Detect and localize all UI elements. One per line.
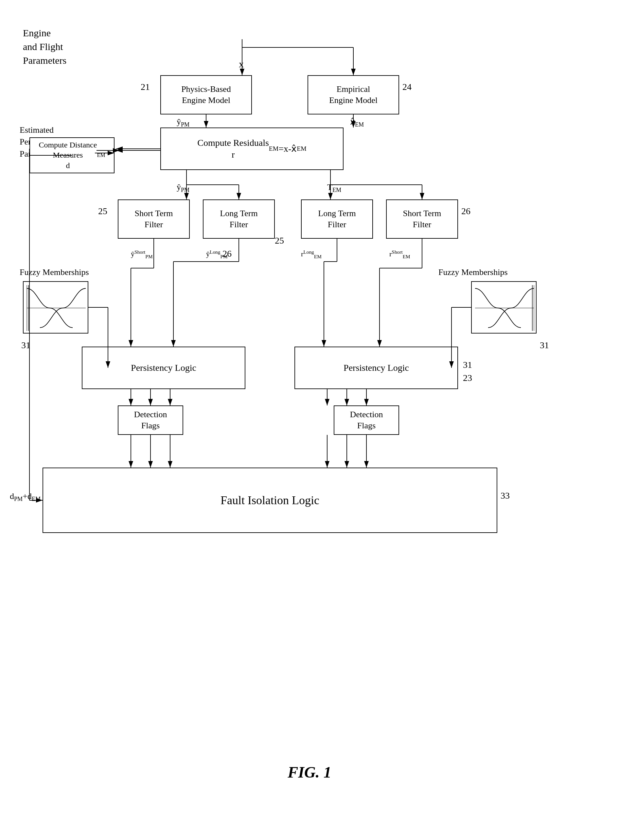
- detection-flags-right: DetectionFlags: [334, 406, 399, 435]
- y-short-pm-label: ŷShortPM: [131, 249, 153, 260]
- diagram-arrows: [0, 0, 619, 840]
- empirical-box: EmpiricalEngine Model: [308, 75, 399, 115]
- fig-label: FIG. 1: [0, 763, 619, 781]
- fuzzy-memberships-right-label: Fuzzy Memberships: [438, 267, 508, 278]
- long-term-filter-right: Long TermFilter: [301, 200, 373, 239]
- fault-isolation-box: Fault Isolation Logic: [43, 468, 497, 533]
- compute-residuals-box: Compute ResidualsrEM=x-x̂EM: [160, 128, 344, 170]
- t-em-label: TEM: [327, 182, 341, 194]
- fuzzy-curve-left: [24, 282, 88, 334]
- r-long-em-label: rLongEM: [301, 249, 321, 260]
- ref-25-right: 25: [275, 236, 284, 246]
- r-short-em-label: rShortEM: [389, 249, 410, 260]
- ref-26-right: 26: [461, 206, 471, 216]
- x-label: x: [239, 57, 244, 71]
- x-em-hat-label: x̂EM: [350, 116, 364, 129]
- y-pm-below-left: ŷPM: [177, 182, 190, 194]
- ref-31-mid: 31: [463, 360, 472, 370]
- y-long-pm-label: ŷLongPM: [206, 249, 228, 260]
- y-pm-hat-label-above-residuals: ŷPM: [177, 116, 190, 129]
- persistency-logic-right: Persistency Logic: [295, 346, 458, 389]
- diagram-container: Engineand FlightParameters x Physics-Bas…: [0, 0, 619, 840]
- ref-23: 23: [463, 373, 472, 383]
- fuzzy-box-left: [23, 281, 88, 334]
- fuzzy-curve-right: [472, 282, 537, 334]
- d-sum-label: dPM+dEM: [10, 491, 40, 504]
- ref-31-left: 31: [21, 340, 30, 351]
- fuzzy-box-right: [471, 281, 537, 334]
- compute-distance-box: Compute DistanceMeasuresdEM: [30, 137, 115, 173]
- physics-based-box: Physics-BasedEngine Model: [160, 75, 252, 115]
- engine-flight-params-label: Engineand FlightParameters: [23, 26, 66, 67]
- ref-31-right: 31: [540, 340, 549, 351]
- short-term-filter-left: Short TermFilter: [118, 200, 190, 239]
- ref-25-left: 25: [98, 206, 107, 216]
- detection-flags-left: DetectionFlags: [118, 406, 183, 435]
- persistency-logic-left: Persistency Logic: [82, 346, 245, 389]
- ref-33: 33: [501, 491, 510, 501]
- short-term-filter-right: Short TermFilter: [386, 200, 458, 239]
- ref-24: 24: [402, 82, 411, 92]
- long-term-filter-left: Long TermFilter: [203, 200, 275, 239]
- fuzzy-memberships-left-label: Fuzzy Memberships: [19, 267, 89, 278]
- ref-21: 21: [141, 82, 150, 92]
